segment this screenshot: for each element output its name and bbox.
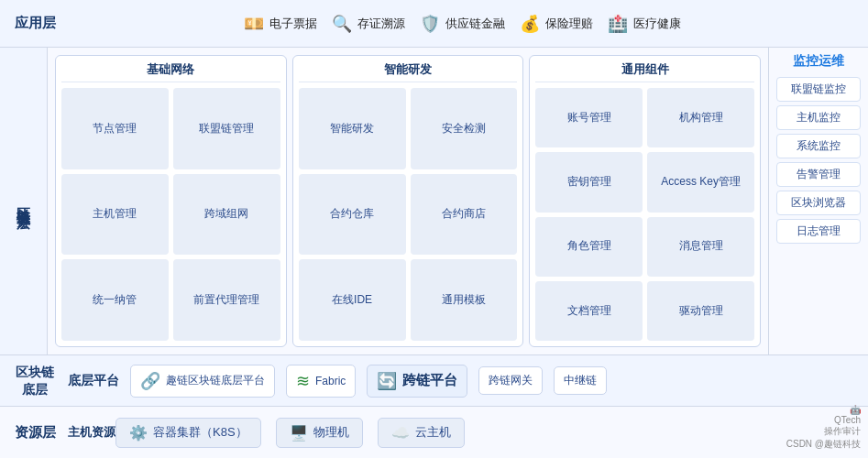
resource-item-cloud[interactable]: ☁️云主机: [378, 418, 465, 448]
cell-grid-1: 智能研发安全检测合约仓库合约商店在线IDE通用模板: [299, 88, 518, 341]
cell-2-6[interactable]: 文档管理: [535, 281, 643, 341]
watermark: 🤖 QTech 操作审计 CSDN @趣链科技: [786, 405, 861, 451]
app-text-bill: 电子票据: [269, 16, 317, 32]
app-icon-trace: 🔍: [332, 14, 352, 34]
app-layer-label: 应用层: [11, 15, 59, 32]
platform-text-qulian: 趣链区块链底层平台: [166, 373, 265, 388]
cell-0-4[interactable]: 统一纳管: [61, 259, 169, 341]
service-col-0: 基础网络节点管理联盟链管理主机管理跨域组网统一纳管前置代理管理: [55, 55, 287, 347]
resource-text-cloud: 云主机: [415, 424, 451, 441]
cell-1-3[interactable]: 合约商店: [411, 174, 518, 256]
platform-text-gateway: 跨链网关: [489, 373, 533, 388]
platform-text-crosschain: 跨链平台: [402, 372, 457, 389]
app-icon-insurance: 💰: [520, 14, 540, 34]
resource-item-k8s[interactable]: ⚙️容器集群（K8S）: [115, 418, 261, 448]
resource-layer-label: 资源层: [11, 424, 59, 442]
cell-grid-0: 节点管理联盟链管理主机管理跨域组网统一纳管前置代理管理: [61, 88, 280, 341]
platform-gateway[interactable]: 跨链网关: [478, 366, 543, 395]
resource-icon-cloud: ☁️: [391, 424, 410, 442]
crosschain-icon: 🔄: [377, 371, 397, 391]
resource-layer: 资源层 主机资源 ⚙️容器集群（K8S）🖥️物理机☁️云主机: [0, 407, 868, 458]
service-content: 基础网络节点管理联盟链管理主机管理跨域组网统一纳管前置代理管理智能研发智能研发安…: [48, 48, 768, 354]
platform-relay[interactable]: 中继链: [554, 366, 607, 395]
monitoring-item-2[interactable]: 系统监控: [776, 134, 861, 158]
base-layer-label: 区块链 底层: [11, 364, 59, 397]
cell-2-2[interactable]: 密钥管理: [535, 152, 643, 212]
cell-0-2[interactable]: 主机管理: [61, 174, 169, 256]
monitoring-item-1[interactable]: 主机监控: [776, 105, 861, 130]
resource-content: ⚙️容器集群（K8S）🖥️物理机☁️云主机: [115, 418, 857, 448]
cell-1-1[interactable]: 安全检测: [411, 88, 518, 169]
watermark-brand1: QTech: [834, 415, 861, 425]
monitoring-title: 监控运维: [776, 53, 861, 70]
middle-section: 区块链服务层 基础网络节点管理联盟链管理主机管理跨域组网统一纳管前置代理管理智能…: [0, 48, 868, 355]
cell-1-4[interactable]: 在线IDE: [299, 259, 406, 341]
cell-2-7[interactable]: 驱动管理: [647, 281, 754, 341]
app-item-insurance[interactable]: 💰保险理赔: [520, 14, 593, 34]
host-label: 主机资源: [68, 424, 115, 441]
platform-crosschain[interactable]: 🔄跨链平台: [367, 365, 467, 398]
platform-text-fabric: Fabric: [315, 375, 346, 387]
resource-item-physical[interactable]: 🖥️物理机: [276, 418, 363, 448]
cell-1-2[interactable]: 合约仓库: [299, 174, 406, 256]
monitoring-sidebar: 监控运维 联盟链监控主机监控系统监控告警管理区块浏览器日志管理: [769, 48, 868, 354]
resource-icon-k8s: ⚙️: [129, 424, 148, 442]
watermark-logo: 🤖: [850, 405, 861, 415]
base-content: 底层平台🔗趣链区块链底层平台≋Fabric🔄跨链平台跨链网关中继链: [68, 365, 857, 398]
app-item-bill[interactable]: 💴电子票据: [244, 14, 317, 34]
platform-text-relay: 中继链: [564, 373, 597, 388]
base-platform-label: 底层平台: [68, 373, 119, 389]
cell-1-5[interactable]: 通用模板: [411, 259, 518, 341]
col-title-1: 智能研发: [299, 61, 518, 82]
platform-fabric[interactable]: ≋Fabric: [286, 365, 356, 398]
app-items: 💴电子票据🔍存证溯源🛡️供应链金融💰保险理赔🏥医疗健康: [68, 14, 857, 34]
monitoring-item-3[interactable]: 告警管理: [776, 162, 861, 187]
cell-0-0[interactable]: 节点管理: [61, 88, 169, 169]
cell-2-1[interactable]: 机构管理: [647, 88, 754, 147]
watermark-brand2: 操作审计: [824, 425, 861, 438]
resource-text-k8s: 容器集群（K8S）: [153, 424, 247, 441]
fabric-icon: ≋: [296, 371, 310, 391]
resource-text-physical: 物理机: [313, 424, 349, 441]
cell-2-5[interactable]: 消息管理: [647, 217, 754, 277]
app-icon-health: 🏥: [608, 14, 628, 34]
col-title-0: 基础网络: [61, 61, 280, 82]
cell-grid-2: 账号管理机构管理密钥管理Access Key管理角色管理消息管理文档管理驱动管理: [535, 88, 754, 341]
monitoring-item-0[interactable]: 联盟链监控: [776, 77, 861, 102]
cell-1-0[interactable]: 智能研发: [299, 88, 406, 169]
cell-2-4[interactable]: 角色管理: [535, 217, 643, 277]
service-col-2: 通用组件账号管理机构管理密钥管理Access Key管理角色管理消息管理文档管理…: [529, 55, 761, 347]
cell-0-3[interactable]: 跨域组网: [173, 174, 280, 256]
app-text-supply: 供应链金融: [445, 16, 505, 32]
monitoring-item-5[interactable]: 日志管理: [776, 219, 861, 244]
service-layer-label-col: 区块链服务层: [0, 48, 48, 354]
service-col-1: 智能研发智能研发安全检测合约仓库合约商店在线IDE通用模板: [292, 55, 524, 347]
blockchain-service: 区块链服务层 基础网络节点管理联盟链管理主机管理跨域组网统一纳管前置代理管理智能…: [0, 48, 769, 354]
base-layer: 区块链 底层 底层平台🔗趣链区块链底层平台≋Fabric🔄跨链平台跨链网关中继链: [0, 355, 868, 407]
platform-qulian[interactable]: 🔗趣链区块链底层平台: [130, 365, 275, 398]
app-text-insurance: 保险理赔: [545, 16, 593, 32]
app-icon-bill: 💴: [244, 14, 264, 34]
cell-0-1[interactable]: 联盟链管理: [173, 88, 280, 169]
app-text-trace: 存证溯源: [357, 16, 405, 32]
qulian-icon: 🔗: [140, 371, 160, 391]
app-item-trace[interactable]: 🔍存证溯源: [332, 14, 405, 34]
col-title-2: 通用组件: [535, 61, 754, 82]
cell-2-3[interactable]: Access Key管理: [647, 152, 754, 212]
resource-icon-physical: 🖥️: [290, 424, 308, 442]
monitoring-item-4[interactable]: 区块浏览器: [776, 191, 861, 215]
app-layer: 应用层 💴电子票据🔍存证溯源🛡️供应链金融💰保险理赔🏥医疗健康: [0, 0, 868, 48]
app-text-health: 医疗健康: [633, 16, 681, 32]
app-icon-supply: 🛡️: [420, 14, 440, 34]
main-container: 应用层 💴电子票据🔍存证溯源🛡️供应链金融💰保险理赔🏥医疗健康 区块链服务层 基…: [0, 0, 868, 458]
watermark-brand3: CSDN @趣链科技: [786, 438, 861, 451]
app-item-supply[interactable]: 🛡️供应链金融: [420, 14, 505, 34]
cell-0-5[interactable]: 前置代理管理: [173, 259, 280, 341]
service-layer-label: 区块链服务层: [15, 196, 32, 207]
app-item-health[interactable]: 🏥医疗健康: [608, 14, 681, 34]
cell-2-0[interactable]: 账号管理: [535, 88, 643, 147]
